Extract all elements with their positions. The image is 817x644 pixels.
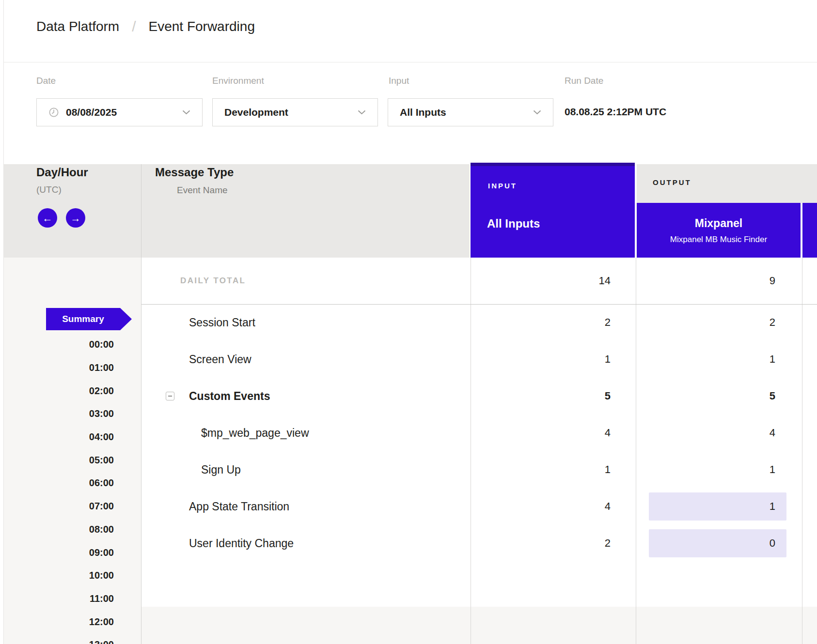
event-name: $mp_web_page_view [201,427,309,439]
hour-item[interactable]: 01:00 [4,356,141,380]
input-count: 4 [471,500,636,513]
input-count: 1 [471,353,636,366]
hour-item[interactable]: 05:00 [4,448,141,472]
hour-item[interactable]: 06:00 [4,472,141,495]
input-select-value: All Inputs [400,107,533,118]
table-row: App State Transition 4 1 [141,488,817,525]
output-column-name: Mixpanel [695,217,742,230]
message-type-column-subtitle: Event Name [177,185,228,196]
previous-day-button[interactable]: ← [38,208,57,228]
hour-item[interactable]: 07:00 [4,495,141,518]
page-title: Event Forwarding [149,19,255,34]
daily-total-output-value: 9 [636,275,802,287]
input-count: 4 [471,427,636,439]
output-column-header-mixpanel: Mixpanel Mixpanel MB Music Finder [637,203,801,258]
hour-item[interactable]: 02:00 [4,379,141,402]
output-column-header-next-partial [802,203,817,258]
event-forwarding-page: Data Platform / Event Forwarding Date En… [0,0,817,644]
output-count: 0 [770,537,775,550]
environment-select-value: Development [224,107,358,118]
arrow-right-icon: → [71,213,81,223]
summary-arrow-point [120,308,132,330]
output-count: 1 [636,463,802,476]
event-name: Screen View [189,353,251,366]
input-count: 1 [471,463,636,476]
output-count: 2 [636,316,802,329]
dayhour-column-title: Day/Hour [36,166,88,179]
arrow-left-icon: ← [43,213,53,223]
event-rows: Session Start 2 2 Screen View 1 1 Custom… [141,304,817,562]
breadcrumb-section[interactable]: Data Platform [36,19,119,34]
hour-item[interactable]: 03:00 [4,402,141,426]
input-column-name: All Inputs [487,217,540,230]
dayhour-column-subtitle: (UTC) [36,184,62,195]
input-section-label: INPUT [488,182,517,190]
topbar-divider [4,62,817,62]
hour-list: 00:00 01:00 02:00 03:00 04:00 05:00 06:0… [4,333,141,644]
output-section-label: OUTPUT [653,178,691,186]
breadcrumb-separator: / [132,18,136,35]
daily-total-row: DAILY TOTAL 14 9 [141,258,817,304]
summary-row-selector[interactable]: Summary [46,308,132,330]
output-count: 1 [770,500,775,513]
hour-item[interactable]: 11:00 [4,587,141,611]
next-day-button[interactable]: → [66,208,85,228]
hour-item[interactable]: 04:00 [4,426,141,449]
table-row: Sign Up 1 1 [141,451,817,488]
highlighted-output-cell: 1 [649,492,786,521]
table-row: $mp_web_page_view 4 4 [141,414,817,451]
daily-total-input-value: 14 [471,275,636,287]
table-row: User Identity Change 2 0 [141,525,817,562]
clock-icon [48,107,59,118]
environment-filter-label: Environment [212,76,264,86]
table-row: Screen View 1 1 [141,341,817,378]
output-count: 4 [636,427,802,439]
date-select-value: 08/08/2025 [66,107,182,118]
chevron-down-icon [182,110,190,115]
event-name: App State Transition [189,500,289,513]
run-date-label: Run Date [565,76,603,86]
input-select[interactable]: All Inputs [388,98,553,126]
environment-select[interactable]: Development [212,98,378,126]
output-column-subtitle: Mixpanel MB Music Finder [670,235,767,245]
event-name: Session Start [189,316,255,329]
event-name: Custom Events [189,390,270,402]
input-count: 2 [471,316,636,329]
highlighted-output-cell: 0 [649,529,786,557]
hour-item[interactable]: 08:00 [4,518,141,541]
hour-item[interactable]: 12:00 [4,610,141,633]
hour-item[interactable]: 10:00 [4,564,141,587]
input-count: 5 [471,390,636,402]
breadcrumb: Data Platform / Event Forwarding [36,18,255,35]
table-row: Session Start 2 2 [141,304,817,341]
date-select[interactable]: 08/08/2025 [36,98,203,126]
summary-label: Summary [46,308,120,330]
run-date-value: 08.08.25 2:12PM UTC [565,106,666,118]
input-count: 2 [471,537,636,550]
date-filter-label: Date [36,76,56,86]
chevron-down-icon [533,110,541,115]
input-filter-label: Input [389,76,409,86]
event-name: User Identity Change [189,537,294,550]
hour-item[interactable]: 00:00 [4,333,141,356]
table-footer-band [141,607,817,644]
hour-item[interactable]: 09:00 [4,541,141,564]
daily-total-label: DAILY TOTAL [180,276,246,285]
message-type-column-title: Message Type [155,166,234,179]
hour-item[interactable]: 13:00 [4,633,141,644]
output-count: 5 [636,390,802,402]
table-row-custom-events: Custom Events 5 5 [141,378,817,414]
input-column-header: INPUT All Inputs [471,163,635,258]
event-name: Sign Up [201,463,241,476]
input-header-top-strip [471,163,635,166]
chevron-down-icon [358,110,366,115]
output-count: 1 [636,353,802,366]
collapse-icon[interactable] [166,392,174,400]
